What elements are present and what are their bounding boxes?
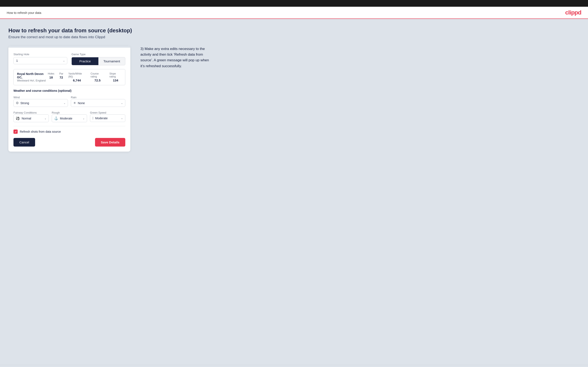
green-speed-value: Moderate: [95, 117, 121, 120]
green-speed-icon: 🋻: [92, 116, 94, 120]
footer: Copyright Clippd 2022: [0, 365, 588, 367]
tournament-button[interactable]: Tournament: [98, 57, 125, 65]
holes-label: Holes: [48, 72, 54, 75]
wind-label: Wind: [13, 96, 20, 99]
header: How to refresh your data clippd: [0, 7, 588, 19]
game-type-group: Game Type Practice Tournament: [71, 53, 125, 65]
yards-value: 6,744: [73, 79, 81, 82]
refresh-checkbox-row: ✓ Refresh shots from data source: [13, 130, 125, 134]
card-top-strip: [9, 46, 130, 48]
par-label: Par: [59, 72, 63, 75]
course-rating-value: 72.5: [94, 79, 101, 82]
slope-rating-value: 134: [113, 79, 118, 82]
course-location: Westward Ho!, England: [17, 79, 48, 82]
green-speed-label: Green Speed: [90, 111, 106, 114]
green-speed-dropdown[interactable]: 🋻 Moderate ⌄: [90, 114, 125, 122]
fairway-dropdown[interactable]: ⚽ Normal ⌄: [13, 114, 49, 122]
rain-chevron-icon: ⌄: [121, 102, 123, 105]
game-type-toggle: Practice Tournament: [71, 57, 125, 65]
button-row: Cancel Save Details: [13, 138, 125, 147]
par-stat: Par 72: [59, 72, 63, 82]
cancel-button[interactable]: Cancel: [13, 138, 35, 147]
slope-rating-stat: Slope rating 134: [110, 72, 122, 82]
card-body: Starting Hole 1 ⌄ Game Type Practice Tou…: [9, 48, 130, 152]
course-name: Royal North Devon GC,: [17, 72, 48, 79]
game-type-label: Game Type: [71, 53, 125, 56]
slope-rating-label: Slope rating: [110, 72, 122, 78]
course-rating-label: Course rating: [91, 72, 104, 78]
page-heading: How to refresh your data from source (de…: [9, 27, 579, 34]
practice-button[interactable]: Practice: [72, 57, 98, 65]
header-title: How to refresh your data: [7, 11, 41, 15]
sidebar-instructions: 3) Make any extra edits necessary to the…: [140, 46, 212, 69]
weather-section-title: Weather and course conditions (optional): [13, 89, 125, 92]
fairway-value: Normal: [22, 117, 44, 120]
holes-value: 18: [49, 75, 53, 79]
rain-label: Rain: [71, 96, 77, 99]
fairway-label: Fairway Conditions: [13, 111, 37, 114]
starting-hole-group: Starting Hole 1 ⌄: [13, 53, 67, 65]
rough-dropdown[interactable]: ⚓ Moderate ⌄: [52, 114, 87, 122]
refresh-label: Refresh shots from data source: [20, 130, 61, 133]
starting-hole-label: Starting Hole: [13, 53, 67, 56]
fairway-chevron-icon: ⌄: [44, 117, 46, 120]
top-bar: [0, 0, 588, 7]
yards-label: Yards/White (M)): [68, 72, 86, 78]
wind-group: Wind ⚙ Strong ⌄: [13, 95, 68, 107]
rain-dropdown[interactable]: ☀ None ⌄: [71, 99, 125, 107]
rough-value: Moderate: [60, 117, 83, 120]
fairway-group: Fairway Conditions ⚽ Normal ⌄: [13, 111, 49, 122]
rough-label: Rough: [52, 111, 60, 114]
hole-gametype-row: Starting Hole 1 ⌄ Game Type Practice Tou…: [13, 53, 125, 65]
logo: clippd: [565, 9, 581, 16]
save-button[interactable]: Save Details: [95, 138, 125, 147]
checkmark-icon: ✓: [15, 130, 17, 133]
conditions-row: Fairway Conditions ⚽ Normal ⌄ Rough ⚓ Mo…: [13, 111, 125, 122]
course-rating-stat: Course rating 72.5: [91, 72, 104, 82]
main-content: How to refresh your data from source (de…: [0, 19, 588, 365]
par-value: 72: [60, 75, 63, 79]
content-layout: Starting Hole 1 ⌄ Game Type Practice Tou…: [9, 46, 579, 152]
rough-chevron-icon: ⌄: [83, 117, 85, 120]
page-subheading: Ensure the correct and most up to date d…: [9, 35, 579, 39]
fairway-icon: ⚽: [16, 116, 20, 120]
course-stats: Holes 18 Par 72 Yards/White (M)) 6,744: [48, 72, 122, 82]
rain-icon: ☀: [73, 101, 76, 105]
yards-stat: Yards/White (M)) 6,744: [68, 72, 86, 82]
wind-value: Strong: [20, 101, 63, 105]
form-card: Starting Hole 1 ⌄ Game Type Practice Tou…: [9, 46, 130, 152]
rain-group: Rain ☀ None ⌄: [71, 95, 125, 107]
wind-rain-row: Wind ⚙ Strong ⌄ Rain ☀ None ⌄: [13, 95, 125, 107]
wind-chevron-icon: ⌄: [63, 102, 66, 105]
refresh-checkbox[interactable]: ✓: [13, 130, 18, 134]
rough-group: Rough ⚓ Moderate ⌄: [52, 111, 87, 122]
rough-icon: ⚓: [54, 116, 58, 120]
wind-dropdown[interactable]: ⚙ Strong ⌄: [13, 99, 68, 107]
starting-hole-value: 1: [16, 59, 65, 62]
rain-value: None: [78, 101, 121, 105]
green-speed-group: Green Speed 🋻 Moderate ⌄: [90, 111, 125, 122]
starting-hole-select[interactable]: 1 ⌄: [13, 57, 67, 64]
course-info-box: Royal North Devon GC, Westward Ho!, Engl…: [13, 69, 125, 85]
course-details: Royal North Devon GC, Westward Ho!, Engl…: [17, 72, 48, 82]
holes-stat: Holes 18: [48, 72, 54, 82]
wind-icon: ⚙: [16, 101, 19, 105]
divider: [13, 126, 125, 126]
green-speed-chevron-icon: ⌄: [121, 117, 123, 120]
